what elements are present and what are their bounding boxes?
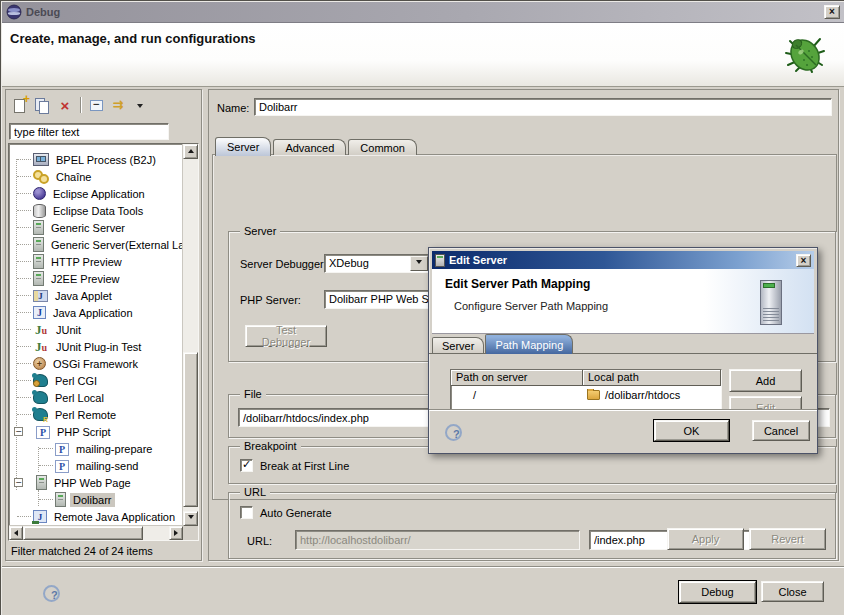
config-tree[interactable]: BPEL Process (B2J)ChaîneEclipse Applicat… [8,143,199,541]
server-debugger-select[interactable]: XDebug [324,254,430,273]
server-icon [33,254,44,269]
tree-item-osgi-framework[interactable]: OSGi Framework [9,355,183,372]
tree-item-label: OSGi Framework [50,357,141,371]
tree-item-junit[interactable]: JUnit [9,321,183,338]
toolbar-filter-icon[interactable] [107,95,129,115]
tab-server[interactable]: Server [215,137,271,156]
break-first-line-checkbox[interactable] [240,459,253,472]
collapse-minus-icon[interactable] [14,427,23,436]
add-mapping-button[interactable]: Add [729,369,802,392]
filter-input[interactable] [9,123,169,140]
tree-item-generic-server[interactable]: Generic Server [9,219,183,236]
url-input [295,530,580,550]
java-icon [33,306,46,319]
server-icon [36,475,47,490]
dialog-close-icon[interactable]: × [796,254,811,267]
tree-item-dolibarr[interactable]: Dolibarr [9,491,183,508]
scroll-thumb[interactable] [23,526,143,540]
dialog-tabs: ServerPath Mapping [429,333,817,354]
test-debugger-button[interactable]: Test Debugger [245,325,327,347]
scroll-down-icon[interactable] [183,511,198,526]
scroll-up-icon[interactable] [183,144,198,159]
tree-item-perl-remote[interactable]: Perl Remote [9,406,183,423]
delete-icon [61,98,70,113]
column-header-path-on-server[interactable]: Path on server [451,370,583,386]
table-row[interactable]: //dolibarr/htdocs [451,386,721,403]
dialog-tab-server[interactable]: Server [432,337,484,353]
tree-item-junit-plug-in-test[interactable]: JUnit Plug-in Test [9,338,183,355]
tree-item-label: HTTP Preview [48,255,125,269]
left-panel: BPEL Process (B2J)ChaîneEclipse Applicat… [5,89,202,561]
tree-vertical-scrollbar[interactable] [182,144,198,526]
ok-button[interactable]: OK [654,420,729,441]
tree-item-http-preview[interactable]: HTTP Preview [9,253,183,270]
tree-item-label: Java Application [50,306,136,320]
column-header-local-path[interactable]: Local path [583,370,721,386]
tree-item-php-web-page[interactable]: PHP Web Page [9,474,183,491]
tree-item-remote-java-application[interactable]: Remote Java Application [9,508,183,525]
scroll-thumb[interactable] [183,352,198,507]
perl-cgi-icon [33,374,48,387]
tree-horizontal-scrollbar[interactable] [9,525,183,540]
filter-icon [113,98,124,112]
close-icon[interactable]: × [824,5,840,19]
toolbar-delete-icon[interactable] [54,95,76,115]
chevron-down-icon[interactable] [410,256,428,271]
edit-mapping-button[interactable]: Edit [729,396,802,409]
tree-item-java-application[interactable]: Java Application [9,304,183,321]
tree-item-php-script[interactable]: PHP Script [9,423,183,440]
server-debugger-label: Server Debugger: [240,258,327,270]
scrollbar-corner [183,526,198,540]
path-mapping-table[interactable]: Path on serverLocal path //dolibarr/htdo… [450,369,722,409]
server-group-title: Server [240,225,280,237]
scroll-right-icon[interactable] [169,526,183,540]
name-label: Name: [217,102,249,114]
toolbar-collapse-all-icon[interactable] [85,95,107,115]
eclipse-logo-icon [6,4,22,20]
dialog-tab-path-mapping[interactable]: Path Mapping [485,334,573,354]
tree-item-label: Perl CGI [52,374,100,388]
tree-item-j2ee-preview[interactable]: J2EE Preview [9,270,183,287]
help-icon[interactable] [43,585,60,602]
tree-item-cha-ne[interactable]: Chaîne [9,168,183,185]
tree-item-perl-local[interactable]: Perl Local [9,389,183,406]
auto-generate-label: Auto Generate [260,507,332,519]
name-input[interactable] [254,98,832,116]
auto-generate-checkbox[interactable] [240,506,253,519]
database-icon [33,204,46,218]
tree-item-java-applet[interactable]: Java Applet [9,287,183,304]
table-body: //dolibarr/htdocs [451,386,721,403]
tree-item-label: Eclipse Data Tools [50,204,146,218]
tree-item-perl-cgi[interactable]: Perl CGI [9,372,183,389]
server-icon [33,271,44,286]
toolbar-new-config-icon[interactable] [10,95,32,115]
tab-label: Advanced [285,142,334,154]
url-group: URL Auto Generate URL: [228,492,836,559]
local-path-cell: /dolibarr/htdocs [583,389,721,401]
tree-item-generic-server-external-la[interactable]: Generic Server(External La [9,236,183,253]
tree-item-mailing-prepare[interactable]: mailing-prepare [9,440,183,457]
tree-item-eclipse-data-tools[interactable]: Eclipse Data Tools [9,202,183,219]
dialog-title: Edit Server [449,254,507,266]
tree-item-eclipse-application[interactable]: Eclipse Application [9,185,183,202]
java-applet-icon [33,290,48,302]
tree-item-bpel-process-b2j[interactable]: BPEL Process (B2J) [9,151,183,168]
toolbar-menu-caret-icon[interactable] [129,95,151,115]
dialog-body: Path on serverLocal path //dolibarr/htdo… [429,354,817,409]
page-title: Create, manage, and run configurations [10,31,256,46]
collapse-minus-icon[interactable] [14,478,23,487]
toolbar-duplicate-icon[interactable] [32,95,54,115]
tree-item-mailing-send[interactable]: mailing-send [9,457,183,474]
scroll-left-icon[interactable] [9,526,23,540]
dialog-subheading: Configure Server Path Mapping [454,300,608,312]
tab-advanced[interactable]: Advanced [273,139,346,155]
apply-button[interactable]: Apply [667,528,744,550]
close-button[interactable]: Close [761,581,824,602]
title-bar: Debug × [2,2,844,23]
debug-button[interactable]: Debug [679,581,756,603]
dialog-help-icon[interactable] [445,424,462,441]
revert-button[interactable]: Revert [749,528,826,550]
tab-common[interactable]: Common [348,139,417,155]
php-icon [55,460,69,473]
cancel-button[interactable]: Cancel [752,420,810,441]
